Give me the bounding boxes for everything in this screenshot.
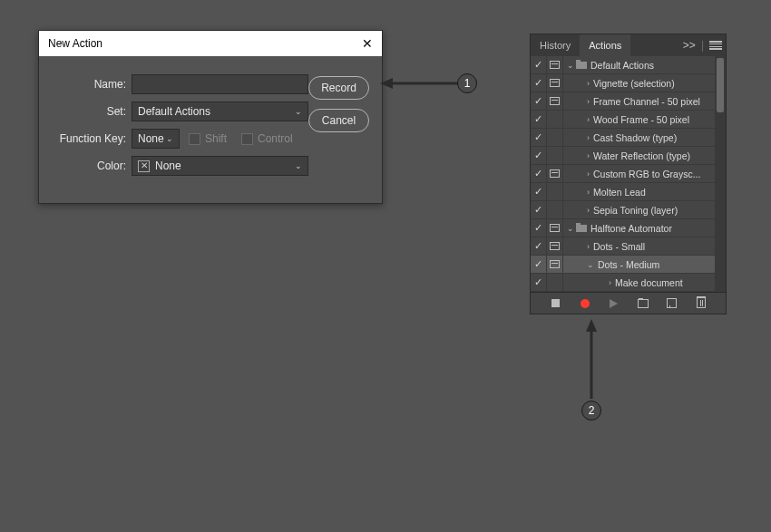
chevron-right-icon[interactable]: ›	[587, 133, 590, 142]
control-checkbox[interactable]	[241, 133, 253, 145]
action-row[interactable]: ✓›Dots - Small	[531, 237, 726, 256]
record-icon	[581, 299, 590, 308]
toggle-check[interactable]: ✓	[531, 165, 547, 182]
action-set-row[interactable]: ✓⌄Default Actions	[531, 56, 726, 74]
toggle-check[interactable]: ✓	[531, 256, 547, 273]
toggle-dialog[interactable]	[547, 219, 563, 237]
scrollbar[interactable]	[715, 56, 726, 292]
row-content: ›Water Reflection (type)	[563, 147, 726, 164]
toggle-check[interactable]: ✓	[531, 219, 547, 237]
toggle-dialog[interactable]	[547, 201, 563, 218]
dialog-titlebar[interactable]: New Action ✕	[39, 31, 382, 56]
action-row[interactable]: ✓›Cast Shadow (type)	[531, 129, 726, 147]
new-set-button[interactable]	[637, 297, 649, 310]
chevron-right-icon[interactable]: ›	[587, 151, 590, 160]
close-icon[interactable]: ✕	[362, 36, 373, 51]
action-row[interactable]: ✓›Wood Frame - 50 pixel	[531, 111, 726, 129]
tab-history[interactable]: History	[531, 34, 580, 56]
name-input[interactable]	[132, 74, 308, 94]
color-none-icon: ✕	[138, 160, 150, 172]
row-label: Vignette (selection)	[593, 78, 675, 89]
toggle-check[interactable]: ✓	[531, 201, 547, 218]
chevron-down-icon[interactable]: ⌄	[587, 260, 594, 269]
shift-label: Shift	[205, 132, 227, 145]
toggle-dialog[interactable]	[547, 111, 563, 128]
check-icon: ✓	[534, 77, 542, 89]
toggle-dialog[interactable]	[547, 274, 563, 291]
callout-2: 2	[581, 401, 601, 421]
toggle-check[interactable]: ✓	[531, 74, 547, 92]
chevron-right-icon[interactable]: ›	[587, 169, 590, 179]
delete-button[interactable]	[695, 297, 708, 310]
shift-checkbox[interactable]	[189, 133, 200, 145]
chevron-down-icon: ⌄	[166, 134, 173, 143]
chevron-right-icon[interactable]: ›	[587, 242, 590, 251]
toggle-dialog[interactable]	[547, 129, 563, 146]
color-select[interactable]: ✕ None ⌄	[132, 156, 308, 176]
name-label: Name:	[52, 78, 132, 91]
action-row[interactable]: ✓›Custom RGB to Graysc...	[531, 165, 726, 183]
chevron-right-icon[interactable]: ›	[587, 115, 590, 124]
dialog-toggle-icon	[550, 97, 560, 105]
action-row[interactable]: ✓›Sepia Toning (layer)	[531, 201, 726, 219]
toggle-dialog[interactable]	[547, 256, 563, 273]
toggle-dialog[interactable]	[547, 74, 563, 92]
toggle-check[interactable]: ✓	[531, 129, 547, 146]
panel-menu-icon[interactable]	[709, 41, 722, 50]
toggle-dialog[interactable]	[547, 92, 563, 110]
toggle-dialog[interactable]	[547, 183, 563, 200]
chevron-right-icon[interactable]: ›	[609, 278, 611, 287]
toggle-dialog[interactable]	[547, 147, 563, 164]
row-content: ›Molten Lead	[563, 183, 726, 200]
toggle-dialog[interactable]	[547, 56, 563, 73]
annotation-arrow-1	[376, 73, 467, 94]
check-icon: ✓	[534, 59, 542, 71]
new-action-button[interactable]	[666, 297, 678, 310]
set-select[interactable]: Default Actions ⌄	[132, 102, 308, 121]
dialog-toggle-icon	[550, 224, 560, 232]
record-button[interactable]: Record	[308, 76, 369, 100]
stop-icon	[551, 299, 560, 307]
action-row[interactable]: ✓›Water Reflection (type)	[531, 147, 726, 165]
play-button[interactable]	[608, 297, 620, 310]
row-label: Dots - Small	[593, 241, 645, 252]
check-icon: ✓	[534, 113, 542, 125]
toggle-dialog[interactable]	[547, 237, 563, 255]
record-button-footer[interactable]	[579, 297, 591, 310]
chevron-down-icon[interactable]: ⌄	[565, 61, 576, 70]
cancel-button[interactable]: Cancel	[308, 109, 369, 132]
toggle-check[interactable]: ✓	[531, 274, 547, 291]
stop-button[interactable]	[550, 297, 562, 310]
toggle-check[interactable]: ✓	[531, 147, 547, 164]
action-list: ✓⌄Default Actions✓›Vignette (selection)✓…	[531, 56, 726, 292]
toggle-check[interactable]: ✓	[531, 92, 547, 110]
row-content: ›Sepia Toning (layer)	[563, 201, 726, 218]
chevron-right-icon[interactable]: ›	[587, 188, 590, 197]
action-row[interactable]: ✓›Molten Lead	[531, 183, 726, 201]
action-step-row[interactable]: ✓›Make document	[531, 274, 726, 292]
row-label: Default Actions	[590, 60, 654, 71]
chevron-right-icon[interactable]: ›	[587, 97, 590, 106]
action-row[interactable]: ✓›Vignette (selection)	[531, 74, 726, 92]
toggle-dialog[interactable]	[547, 165, 563, 182]
trash-icon	[697, 298, 706, 308]
check-icon: ✓	[534, 150, 542, 161]
chevron-right-icon[interactable]: ›	[587, 79, 590, 88]
panel-footer	[531, 292, 726, 314]
toggle-check[interactable]: ✓	[531, 111, 547, 128]
action-row[interactable]: ✓⌄Dots - Medium	[531, 256, 726, 274]
row-label: Molten Lead	[593, 187, 646, 198]
function-key-select[interactable]: None ⌄	[132, 129, 180, 149]
toggle-check[interactable]: ✓	[531, 183, 547, 200]
tab-actions[interactable]: Actions	[580, 34, 630, 56]
toggle-check[interactable]: ✓	[531, 237, 547, 255]
chevron-right-icon[interactable]: ›	[587, 206, 590, 215]
action-set-row[interactable]: ✓⌄Halftone Automator	[531, 219, 726, 237]
fkey-value: None	[138, 132, 164, 145]
action-row[interactable]: ✓›Frame Channel - 50 pixel	[531, 92, 726, 111]
collapse-icon[interactable]: >>	[683, 39, 696, 52]
toggle-check[interactable]: ✓	[531, 56, 547, 73]
chevron-down-icon[interactable]: ⌄	[565, 224, 576, 233]
scroll-thumb[interactable]	[717, 58, 724, 112]
check-icon: ✓	[534, 95, 542, 107]
